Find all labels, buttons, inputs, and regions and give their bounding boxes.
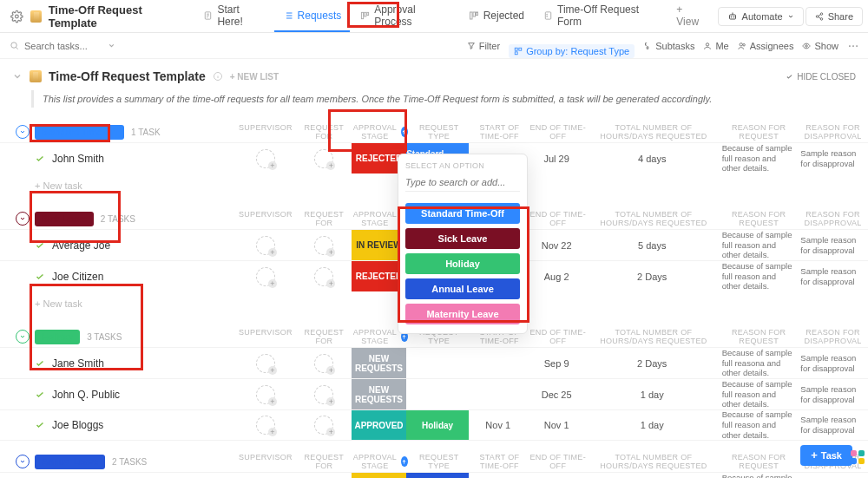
col-request-for[interactable]: REQUEST FOR bbox=[297, 210, 352, 227]
request-for-cell[interactable] bbox=[297, 348, 352, 378]
task-name-cell[interactable]: Jane Smith bbox=[0, 357, 234, 370]
col-end[interactable]: END OF TIME-OFF bbox=[529, 453, 587, 470]
col-request-type[interactable]: REQUEST TYPE bbox=[408, 453, 470, 470]
request-for-cell[interactable] bbox=[297, 261, 352, 291]
start-date-cell[interactable]: Nov 1 bbox=[469, 410, 527, 440]
request-for-cell[interactable] bbox=[297, 473, 352, 478]
dropdown-option-holiday[interactable]: Holiday bbox=[405, 253, 520, 274]
col-reason[interactable]: REASON FOR REQUEST bbox=[720, 328, 798, 345]
sort-asc-icon[interactable] bbox=[401, 456, 408, 467]
request-type-cell[interactable] bbox=[406, 348, 469, 378]
assignee-placeholder-icon[interactable] bbox=[256, 236, 275, 255]
supervisor-cell[interactable] bbox=[234, 261, 297, 291]
task-row[interactable]: Joe Bloggs APPROVED Holiday Nov 1 Nov 1 … bbox=[0, 409, 868, 441]
disapproval-cell[interactable]: Sample reason for disapproval bbox=[797, 473, 868, 478]
col-total[interactable]: TOTAL NUMBER OF HOURS/DAYS REQUESTED bbox=[587, 328, 720, 345]
task-name-cell[interactable]: John Q. Public bbox=[0, 389, 234, 401]
new-task-fab[interactable]: +Task bbox=[800, 445, 852, 466]
apps-grid-icon[interactable] bbox=[851, 450, 865, 464]
disapproval-cell[interactable]: Sample reason for disapproval bbox=[797, 143, 868, 174]
dropdown-option-standard[interactable]: Standard Time-Off bbox=[405, 203, 520, 224]
reason-cell[interactable]: Because of sample full reason and other … bbox=[719, 410, 798, 440]
group-collapse-toggle[interactable] bbox=[16, 330, 30, 344]
total-cell[interactable]: 5 days bbox=[586, 230, 719, 260]
reason-cell[interactable]: Because of sample full reason and other … bbox=[719, 379, 798, 409]
disapproval-cell[interactable]: Sample reason for disapproval bbox=[797, 348, 868, 378]
share-button[interactable]: Share bbox=[806, 7, 863, 26]
task-row[interactable]: Jane Smith NEW REQUESTS Sep 9 2 Days Bec… bbox=[0, 347, 868, 378]
col-disapproval[interactable]: REASON FOR DISAPPROVAL bbox=[798, 123, 868, 141]
tab-rejected[interactable]: Rejected bbox=[460, 0, 533, 32]
assignee-placeholder-icon[interactable] bbox=[256, 385, 275, 404]
group-pill[interactable]: Holiday bbox=[35, 330, 80, 344]
add-view-button[interactable]: + View bbox=[667, 0, 713, 32]
supervisor-cell[interactable] bbox=[234, 230, 297, 260]
hide-closed-button[interactable]: HIDE CLOSED bbox=[786, 72, 856, 82]
request-for-cell[interactable] bbox=[297, 230, 352, 260]
approval-stage-cell[interactable]: NEW REQUESTS bbox=[352, 379, 406, 409]
request-for-cell[interactable] bbox=[297, 379, 352, 409]
sort-asc-icon[interactable] bbox=[401, 127, 408, 137]
col-reason[interactable]: REASON FOR REQUEST bbox=[720, 453, 798, 470]
col-start[interactable]: START OF TIME-OFF bbox=[470, 123, 529, 141]
start-date-cell[interactable] bbox=[469, 379, 527, 409]
assignee-placeholder-icon[interactable] bbox=[314, 267, 333, 286]
collapse-icon[interactable] bbox=[12, 71, 23, 82]
task-row[interactable]: Richard Roe IN REVIEW Annual Leave Oct 3… bbox=[0, 472, 868, 478]
request-type-cell[interactable] bbox=[406, 379, 469, 409]
assignee-placeholder-icon[interactable] bbox=[314, 236, 333, 255]
col-request-for[interactable]: REQUEST FOR bbox=[297, 453, 352, 470]
end-date-cell[interactable]: Nov 22 bbox=[527, 230, 585, 260]
reason-cell[interactable]: Because of sample full reasona and other… bbox=[719, 348, 798, 378]
request-type-cell[interactable]: Holiday bbox=[406, 410, 469, 440]
tab-start-here[interactable]: Start Here! bbox=[194, 0, 272, 32]
tab-approval-process[interactable]: Approval Process bbox=[352, 0, 457, 32]
request-for-cell[interactable] bbox=[297, 410, 352, 440]
filter-button[interactable]: Filter bbox=[467, 41, 500, 51]
group-by-button[interactable]: Group by: Request Type bbox=[509, 44, 635, 58]
end-date-cell[interactable]: Oct 7 bbox=[527, 473, 585, 478]
search-field[interactable] bbox=[24, 41, 102, 51]
end-date-cell[interactable]: Dec 25 bbox=[527, 379, 585, 409]
tab-requests[interactable]: Requests bbox=[274, 0, 351, 32]
supervisor-cell[interactable] bbox=[234, 473, 297, 478]
col-end[interactable]: END OF TIME-OFF bbox=[529, 210, 587, 227]
col-reason[interactable]: REASON FOR REQUEST bbox=[720, 123, 798, 141]
col-supervisor[interactable]: SUPERVISOR bbox=[234, 210, 297, 227]
assignee-placeholder-icon[interactable] bbox=[256, 416, 275, 435]
more-icon[interactable] bbox=[847, 40, 859, 52]
assignee-placeholder-icon[interactable] bbox=[314, 385, 333, 404]
automate-button[interactable]: Automate bbox=[718, 7, 804, 26]
col-supervisor[interactable]: SUPERVISOR bbox=[234, 123, 297, 141]
reason-cell[interactable]: Because of sample full reason and other … bbox=[719, 261, 798, 291]
disapproval-cell[interactable]: Sample reason for disapproval bbox=[797, 261, 868, 291]
col-reason[interactable]: REASON FOR REQUEST bbox=[720, 210, 798, 227]
col-request-type[interactable]: REQUEST TYPE bbox=[408, 123, 470, 141]
tab-request-form[interactable]: Time-Off Request Form bbox=[535, 0, 666, 32]
dropdown-option-annual[interactable]: Annual Leave bbox=[405, 278, 520, 299]
me-button[interactable]: Me bbox=[703, 41, 728, 51]
disapproval-cell[interactable]: Sample reason for disapproval bbox=[797, 410, 868, 440]
dropdown-search-input[interactable] bbox=[405, 174, 520, 192]
request-type-dropdown[interactable]: SELECT AN OPTION Standard Time-Off Sick … bbox=[398, 154, 528, 334]
group-collapse-toggle[interactable] bbox=[16, 455, 30, 468]
assignee-placeholder-icon[interactable] bbox=[314, 416, 333, 435]
col-total[interactable]: TOTAL NUMBER OF HOURS/DAYS REQUESTED bbox=[587, 123, 720, 141]
total-cell[interactable]: 1 day bbox=[586, 379, 719, 409]
search-input[interactable] bbox=[9, 40, 122, 52]
disapproval-cell[interactable]: Sample reason for disapproval bbox=[797, 230, 868, 260]
col-request-for[interactable]: REQUEST FOR bbox=[297, 328, 352, 345]
col-disapproval[interactable]: REASON FOR DISAPPROVAL bbox=[798, 328, 868, 345]
assignee-placeholder-icon[interactable] bbox=[256, 354, 275, 373]
end-date-cell[interactable]: Nov 1 bbox=[527, 410, 585, 440]
info-icon[interactable] bbox=[213, 71, 223, 82]
supervisor-cell[interactable] bbox=[234, 143, 297, 174]
assignee-placeholder-icon[interactable] bbox=[314, 149, 333, 168]
task-name-cell[interactable]: John Smith bbox=[0, 153, 234, 165]
approval-stage-cell[interactable]: APPROVED bbox=[352, 410, 406, 440]
assignee-placeholder-icon[interactable] bbox=[314, 354, 333, 373]
task-name-cell[interactable]: Average Joe bbox=[0, 239, 234, 252]
supervisor-cell[interactable] bbox=[234, 348, 297, 378]
col-end[interactable]: END OF TIME-OFF bbox=[529, 328, 587, 345]
request-type-cell[interactable]: Annual Leave bbox=[406, 473, 469, 478]
